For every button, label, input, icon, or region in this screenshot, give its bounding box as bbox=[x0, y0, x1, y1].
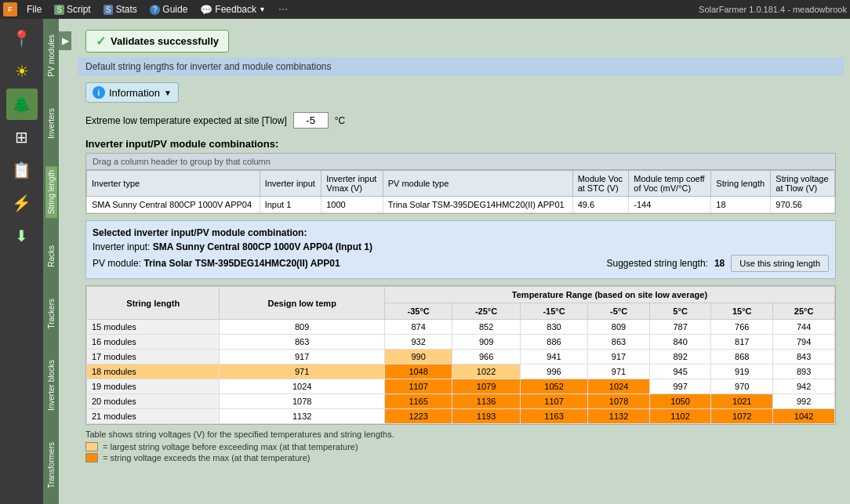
vh-string-length: String length bbox=[87, 287, 220, 320]
vh-temp-col: 5°C bbox=[649, 303, 711, 320]
voltage-table-row: 18 modules97110481022996971945919893 bbox=[87, 364, 835, 379]
vh-temp-col: -35°C bbox=[384, 303, 452, 320]
sidebar-icon-pv[interactable]: 📍 bbox=[6, 23, 38, 54]
menu-guide[interactable]: ? Guide bbox=[143, 2, 194, 16]
th-inverter-type[interactable]: Inverter type bbox=[87, 171, 260, 197]
th-pv-module[interactable]: PV module type bbox=[383, 171, 572, 197]
use-string-button[interactable]: Use this string length bbox=[731, 255, 829, 272]
sidebar-icon-racks[interactable]: ⊞ bbox=[6, 121, 38, 153]
guide-label: Guide bbox=[162, 4, 187, 15]
information-dropdown[interactable]: i Information ▼ bbox=[85, 82, 179, 103]
dropdown-chevron-icon: ▼ bbox=[164, 89, 172, 97]
pv-combo: PV module: Trina Solar TSM-395DEG14HMC20… bbox=[93, 258, 340, 269]
vh-temp-col: 15°C bbox=[711, 303, 773, 320]
cell-voltage: 917 bbox=[588, 350, 650, 364]
validates-badge: ✓ Validates successfully bbox=[85, 30, 229, 53]
vh-temp-col: -25°C bbox=[452, 303, 520, 320]
legend-row-orange: = string voltage exceeds the max (at tha… bbox=[85, 453, 836, 462]
cell-voltage: 1165 bbox=[384, 394, 452, 409]
cell-voltage: 966 bbox=[452, 350, 520, 364]
selected-combo-header: Selected inverter input/PV module combin… bbox=[93, 227, 829, 238]
cell-voltage: 1107 bbox=[520, 394, 587, 409]
th-string-length[interactable]: String length bbox=[711, 171, 771, 197]
menu-file[interactable]: File bbox=[20, 2, 48, 16]
cell-voltage: 945 bbox=[649, 364, 711, 379]
feedback-label: Feedback bbox=[215, 4, 256, 15]
cell-row-label: 16 modules bbox=[87, 335, 220, 350]
cell-design-temp: 809 bbox=[220, 320, 384, 335]
voltage-table-row: 19 modules10241107107910521024997970942 bbox=[87, 379, 835, 394]
cell-voltage: 817 bbox=[711, 335, 773, 350]
menu-stats[interactable]: S Stats bbox=[97, 2, 143, 16]
temp-input[interactable]: -5 bbox=[293, 112, 329, 129]
combo-row: Inverter input: SMA Sunny Central 800CP … bbox=[93, 241, 829, 252]
cell-voltage: 1223 bbox=[384, 409, 452, 424]
sidebar-label-string[interactable]: String length bbox=[45, 166, 57, 218]
cell-voltage: 1072 bbox=[711, 409, 773, 424]
info-icon: i bbox=[93, 86, 105, 99]
inverter-combo-label: Inverter input: bbox=[93, 241, 150, 252]
cell-design-temp: 917 bbox=[220, 350, 384, 364]
menu-feedback[interactable]: 💬 Feedback ▼ bbox=[194, 2, 272, 17]
cell-voltage: 830 bbox=[520, 320, 587, 335]
th-string-voltage[interactable]: String voltageat Tlow (V) bbox=[771, 171, 835, 197]
cell-voltage: 1022 bbox=[452, 364, 520, 379]
table-header-row: Inverter type Inverter input Inverter in… bbox=[87, 171, 835, 197]
validates-bar: ✓ Validates successfully bbox=[78, 25, 844, 57]
th-inverter-input[interactable]: Inverter input bbox=[260, 171, 321, 197]
cell-row-label: 17 modules bbox=[87, 350, 220, 364]
th-voc-stc[interactable]: Module Vocat STC (V) bbox=[572, 171, 629, 197]
selected-combo: Selected inverter input/PV module combin… bbox=[85, 220, 836, 279]
voltage-table-row: 21 modules113212231193116311321102107210… bbox=[87, 409, 835, 424]
inverter-combo: Inverter input: SMA Sunny Central 800CP … bbox=[93, 241, 372, 252]
legend-orange-text: = string voltage exceeds the max (at tha… bbox=[103, 453, 310, 462]
temp-unit: °C bbox=[335, 115, 345, 126]
cell-row-label: 19 modules bbox=[87, 379, 220, 394]
cell-voltage: 970 bbox=[711, 379, 773, 394]
cell-row-label: 15 modules bbox=[87, 320, 220, 335]
sidebar-icon-inverterblocks[interactable]: ⚡ bbox=[6, 187, 38, 219]
sidebar-label-transformers[interactable]: Transformers bbox=[45, 438, 57, 492]
cell-voltage: 744 bbox=[773, 320, 835, 335]
toggle-button[interactable]: ▶ bbox=[59, 31, 71, 50]
temperature-row: Extreme low temperature expected at site… bbox=[78, 109, 844, 135]
sidebar-icon-inverters[interactable]: ☀ bbox=[6, 56, 38, 87]
voltage-table-row: 16 modules863932909886863840817794 bbox=[87, 335, 835, 350]
sidebar-icon-transformers[interactable]: ⬇ bbox=[6, 220, 38, 252]
cell-voltage: 852 bbox=[452, 320, 520, 335]
app-icon: F bbox=[3, 2, 17, 16]
table-row[interactable]: SMA Sunny Central 800CP 1000V APP04 Inpu… bbox=[87, 197, 835, 213]
sidebar-label-pv[interactable]: PV modules bbox=[45, 31, 57, 81]
cell-string-voltage: 970.56 bbox=[771, 197, 835, 213]
cell-voc: 49.6 bbox=[572, 197, 629, 213]
sidebar-label-trackers[interactable]: Trackers bbox=[45, 295, 57, 333]
cell-voltage: 840 bbox=[649, 335, 711, 350]
sidebar-label-inverterblocks[interactable]: Inverter blocks bbox=[45, 356, 57, 415]
legend-box-orange bbox=[85, 453, 98, 462]
th-temp-coeff[interactable]: Module temp coeffof Voc (mV/°C) bbox=[629, 171, 711, 197]
cell-inverter-input: Input 1 bbox=[260, 197, 321, 213]
cell-voltage: 893 bbox=[773, 364, 835, 379]
inverter-table-container: Drag a column header to group by that co… bbox=[85, 153, 836, 214]
menu-script[interactable]: S Script bbox=[48, 2, 96, 16]
voltage-table: String length Design low temp Temperatur… bbox=[86, 286, 835, 424]
sidebar-icon-trackers[interactable]: 📋 bbox=[6, 154, 38, 186]
suggested-label: Suggested string length: bbox=[607, 258, 708, 269]
cell-voltage: 942 bbox=[773, 379, 835, 394]
script-label: Script bbox=[67, 4, 91, 15]
sidebar-labels: PV modules Inverters String length Racks… bbox=[43, 19, 59, 504]
cell-voltage: 1024 bbox=[588, 379, 650, 394]
sidebar-label-inverters[interactable]: Inverters bbox=[45, 104, 57, 143]
legend-note: Table shows string voltages (V) for the … bbox=[85, 430, 836, 439]
vh-temp-col: -15°C bbox=[520, 303, 587, 320]
legend: Table shows string voltages (V) for the … bbox=[85, 430, 836, 462]
th-vmax[interactable]: Inverter inputVmax (V) bbox=[321, 171, 383, 197]
cell-voltage: 843 bbox=[773, 350, 835, 364]
sidebar-icon-string[interactable]: 🌲 bbox=[6, 89, 38, 120]
cell-row-label: 20 modules bbox=[87, 394, 220, 409]
legend-row-light: = largest string voltage before exceedin… bbox=[85, 442, 836, 451]
cell-voltage: 1079 bbox=[452, 379, 520, 394]
stats-label: Stats bbox=[115, 4, 136, 15]
sidebar-label-racks[interactable]: Racks bbox=[45, 241, 57, 271]
cell-voltage: 1132 bbox=[588, 409, 650, 424]
